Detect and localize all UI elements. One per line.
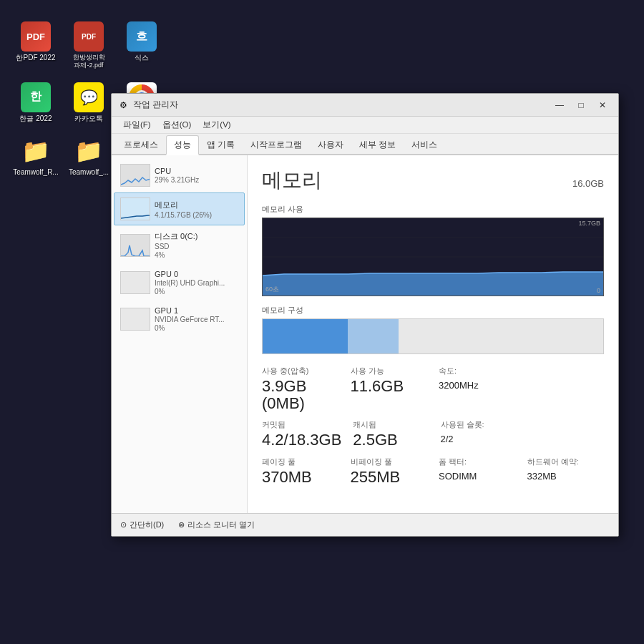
gpu1-detail1: NVIDIA GeForce RT... (155, 316, 238, 323)
gpu0-thumbnail (120, 271, 150, 294)
icon-sik[interactable]: 흐 식스 (120, 21, 163, 62)
graph-time-left: 60초 (265, 285, 279, 294)
close-button[interactable]: ✕ (592, 98, 613, 112)
stat-reserved-value: 332MB (527, 469, 605, 482)
svg-rect-0 (121, 198, 150, 220)
stats-row2: 커밋됨 4.2/18.3GB 캐시됨 2.5GB 사용된 슬롯: 2/2 (262, 419, 604, 449)
stat-nonpaged-label: 비페이징 풀 (351, 457, 428, 467)
stat-formfactor-label: 폼 팩터: (439, 457, 516, 467)
panel-title: 메모리 (262, 167, 322, 194)
icon-hanpdf[interactable]: PDF 한PDF 2022 (14, 21, 57, 62)
stat-nonpaged-block: 비페이징 풀 255MB (351, 457, 428, 486)
gpu1-item[interactable]: GPU 1 NVIDIA GeForce RT... 0% (114, 301, 245, 337)
tab-startup[interactable]: 시작프로그램 (243, 135, 310, 154)
right-panel: 메모리 16.0GB 메모리 사용 (248, 155, 618, 513)
stat-paged-label: 페이징 풀 (262, 457, 339, 467)
cpu-item[interactable]: CPU 29% 3.21GHz (114, 159, 245, 192)
taskmanager-icon: ⚙ (117, 99, 129, 111)
stat-formfactor-value: SODIMM (439, 469, 516, 482)
gpu1-detail2: 0% (155, 324, 238, 332)
disk-name: 디스크 0(C:) (155, 231, 238, 242)
stat-slots-block: 사용된 슬롯: 2/2 (441, 419, 517, 449)
icon-teamwolf1[interactable]: 📁 Teamwolf_R... (14, 136, 57, 177)
graph-time-right: 0 (597, 287, 600, 294)
composition-label: 메모리 구성 (262, 305, 604, 316)
tab-performance[interactable]: 성능 (166, 135, 199, 155)
gpu0-detail2: 0% (155, 288, 238, 296)
memory-total: 16.0GB (572, 178, 604, 189)
svg-marker-4 (263, 263, 603, 296)
stat-cached-value: 2.5GB (353, 431, 429, 449)
menu-file[interactable]: 파일(F) (117, 118, 157, 132)
stat-slots-value: 2/2 (441, 431, 517, 444)
cpu-thumbnail (120, 164, 150, 187)
memory-graph-svg (263, 218, 603, 296)
tab-details[interactable]: 세부 정보 (351, 135, 404, 154)
stat-cached-label: 캐시됨 (353, 419, 429, 430)
disk-thumbnail (120, 234, 150, 257)
icon-hangul[interactable]: 한 한글 2022 (14, 82, 57, 123)
gpu1-name: GPU 1 (155, 306, 238, 315)
stat-paged-block: 페이징 풀 370MB (262, 457, 339, 486)
tab-users[interactable]: 사용자 (310, 135, 351, 154)
mem-composition-container: 메모리 구성 (262, 305, 604, 354)
stat-slots-label: 사용된 슬롯: (441, 419, 517, 430)
minimize-button[interactable]: — (550, 98, 570, 112)
icon-hanbang[interactable]: PDF 한방생리학 과제-2.pdf (67, 21, 110, 69)
gpu1-thumbnail (120, 308, 150, 331)
gpu0-name: GPU 0 (155, 270, 238, 278)
memory-detail: 4.1/15.7GB (26%) (155, 211, 238, 219)
summary-button[interactable]: ⊙ 간단히(D) (120, 519, 164, 530)
stat-inuse-label: 사용 중(압축) (262, 366, 339, 376)
stat-cached-block: 캐시됨 2.5GB (353, 419, 429, 449)
mem-seg-used (263, 319, 348, 353)
cpu-detail: 29% 3.21GHz (155, 176, 238, 184)
usage-label: 메모리 사용 (262, 204, 604, 215)
stat-committed-value: 4.2/18.3GB (262, 431, 341, 449)
mem-composition-bar (262, 318, 604, 354)
stat-committed-label: 커밋됨 (262, 419, 341, 430)
panel-title-row: 메모리 16.0GB (262, 167, 604, 200)
menu-options[interactable]: 옵션(O) (157, 118, 197, 132)
stat-paged-value: 370MB (262, 469, 339, 486)
stat-committed-block: 커밋됨 4.2/18.3GB (262, 419, 341, 449)
cpu-name: CPU (155, 167, 238, 175)
mem-seg-cached (348, 319, 399, 353)
icon-row-1: PDF 한PDF 2022 PDF 한방생리학 과제-2.pdf 흐 식스 (14, 21, 163, 69)
tab-services[interactable]: 서비스 (404, 135, 445, 154)
mem-seg-free (399, 319, 603, 353)
graph-max-label: 15.7GB (578, 220, 600, 227)
maximize-button[interactable]: □ (571, 98, 591, 112)
memory-graph: 15.7GB 60초 0 (262, 218, 604, 296)
disk-detail1: SSD (155, 243, 238, 250)
memory-usage-container: 메모리 사용 15.7GB (262, 204, 604, 296)
stat-reserved-block: 하드웨어 예약: 332MB (527, 457, 605, 486)
resource-monitor-button[interactable]: ⊗ 리소스 모니터 열기 (178, 519, 255, 530)
desktop: PDF 한PDF 2022 PDF 한방생리학 과제-2.pdf 흐 식스 (0, 0, 644, 644)
stat-reserved-label: 하드웨어 예약: (527, 457, 605, 467)
stat-formfactor-block: 폼 팩터: SODIMM (439, 457, 516, 486)
gpu0-item[interactable]: GPU 0 Intel(R) UHD Graphi... 0% (114, 265, 245, 301)
stat-inuse-value: 3.9GB (0MB) (262, 378, 339, 412)
gpu0-detail1: Intel(R) UHD Graphi... (155, 279, 238, 287)
tab-process[interactable]: 프로세스 (116, 135, 166, 154)
memory-item[interactable]: 메모리 4.1/15.7GB (26%) (114, 192, 245, 225)
icon-teamwolf2[interactable]: 📁 Teamwolf_... (67, 136, 110, 177)
menu-view[interactable]: 보기(V) (197, 118, 236, 132)
icon-kakao[interactable]: 💬 카카오톡 (67, 82, 110, 123)
stat-speed-block: 속도: 3200MHz (439, 366, 516, 412)
stat-available-value: 11.6GB (351, 378, 428, 395)
stat-speed-label: 속도: (439, 366, 516, 376)
bottom-bar: ⊙ 간단히(D) ⊗ 리소스 모니터 열기 (112, 513, 618, 536)
disk-item[interactable]: 디스크 0(C:) SSD 4% (114, 226, 245, 264)
window-title: 작업 관리자 (133, 99, 550, 111)
stat-speed-value: 3200MHz (439, 378, 516, 391)
memory-name: 메모리 (155, 200, 238, 210)
memory-thumbnail (120, 197, 150, 220)
stats-row1: 사용 중(압축) 3.9GB (0MB) 사용 가능 11.6GB 속도: 32… (262, 366, 604, 412)
title-bar: ⚙ 작업 관리자 — □ ✕ (112, 94, 618, 117)
stat-inuse-block: 사용 중(압축) 3.9GB (0MB) (262, 366, 339, 412)
cpu-graph-svg (121, 165, 150, 187)
tab-app-history[interactable]: 앱 기록 (199, 135, 243, 154)
stats-row3: 페이징 풀 370MB 비페이징 풀 255MB 폼 팩터: SODIMM (262, 457, 604, 486)
